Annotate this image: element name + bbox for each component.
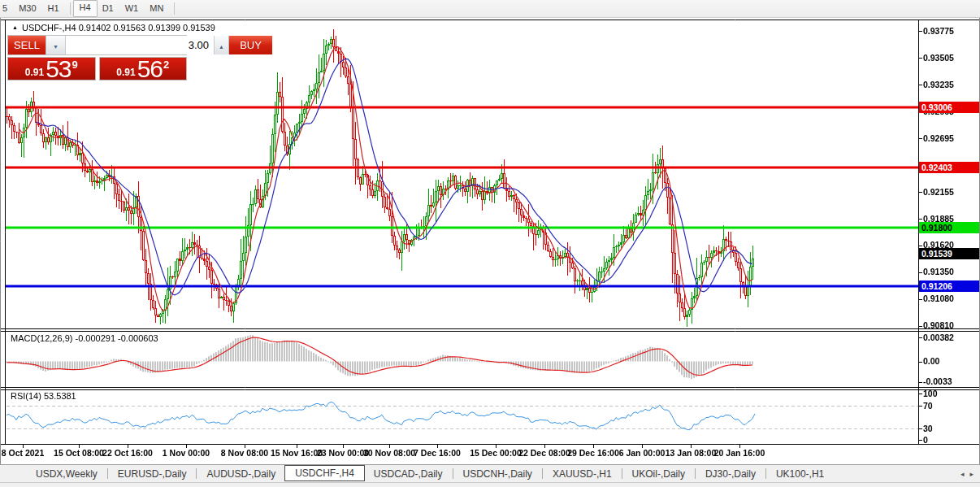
tab-separator	[542, 468, 543, 479]
chart-tab-audusd-daily[interactable]: AUDUSD-,Daily	[197, 466, 284, 482]
chart-canvas[interactable]	[0, 18, 980, 464]
chart-tab-xauusd-h1[interactable]: XAUUSD-,H1	[544, 466, 621, 482]
buy-price-pip-digit: 2	[163, 59, 169, 71]
sell-price-pip-digit: 9	[72, 59, 78, 71]
toolbar-separator	[174, 2, 175, 15]
chart-tab-dj30-daily[interactable]: DJ30-,Daily	[696, 466, 765, 482]
toolbar-separator	[70, 2, 71, 15]
volume-spinner: ▼ ▲	[46, 36, 229, 54]
timeframe-button-d1[interactable]: D1	[96, 1, 120, 16]
tab-separator	[695, 468, 696, 479]
chart-tab-eurusd-daily[interactable]: EURUSD-,Daily	[109, 466, 196, 482]
volume-increase-button[interactable]: ▲	[214, 36, 228, 54]
chart-tab-usdx-weekly[interactable]: USDX,Weekly	[27, 466, 106, 482]
timeframe-button-h4[interactable]: H4	[73, 0, 98, 17]
timeframe-button-m30[interactable]: M30	[12, 1, 42, 16]
sell-price-prefix: 0.91	[25, 67, 44, 78]
timeframe-button-h1[interactable]: H1	[41, 1, 66, 16]
down-arrow-icon: ▼	[53, 44, 59, 50]
buy-button[interactable]: BUY	[229, 36, 272, 54]
chart-tab-usdcad-daily[interactable]: USDCAD-,Daily	[365, 466, 452, 482]
tab-separator	[196, 468, 197, 479]
tab-separator	[453, 468, 453, 479]
sell-button[interactable]: SELL	[8, 36, 46, 54]
volume-decrease-button[interactable]: ▼	[46, 36, 66, 54]
chart-tab-usdcnh-daily[interactable]: USDCNH-,Daily	[454, 466, 541, 482]
tab-separator	[622, 468, 622, 479]
chart-tab-usdchf-h4[interactable]: USDCHF-,H4	[284, 465, 365, 481]
sell-price-display[interactable]: 0.91539	[7, 57, 96, 80]
status-strip	[0, 482, 980, 487]
buy-price-display[interactable]: 0.91562	[99, 57, 188, 80]
tab-separator	[107, 468, 108, 479]
timeframe-button-w1[interactable]: W1	[119, 1, 145, 16]
chart-window: ▲USDCHF-,H4 0.91402 0.91563 0.91399 0.91…	[0, 18, 980, 464]
chart-tab-bar: USDX,WeeklyEURUSD-,DailyAUDUSD-,DailyUSD…	[0, 464, 980, 482]
up-arrow-icon: ▲	[219, 44, 224, 50]
sell-price-big-digits: 53	[46, 58, 71, 80]
buy-price-prefix: 0.91	[116, 67, 135, 78]
trading-terminal-window: 5M30H1H4D1W1MN ▲USDCHF-,H4 0.91402 0.915…	[0, 0, 980, 487]
tab-scroll-controls: ◂ ▸	[960, 470, 980, 478]
tab-separator	[765, 468, 766, 479]
buy-price-big-digits: 56	[137, 58, 163, 80]
chart-tab-uk100-h1[interactable]: UK100-,H1	[767, 466, 833, 482]
chart-tab-ukoil-daily[interactable]: UKOil-,Daily	[623, 466, 694, 482]
tab-scroll-left-icon[interactable]: ◂	[960, 470, 965, 478]
tab-scroll-right-icon[interactable]: ▸	[969, 470, 973, 478]
timeframe-button-mn[interactable]: MN	[143, 1, 170, 16]
volume-input[interactable]	[66, 36, 214, 54]
timeframe-toolbar: 5M30H1H4D1W1MN	[0, 0, 980, 18]
